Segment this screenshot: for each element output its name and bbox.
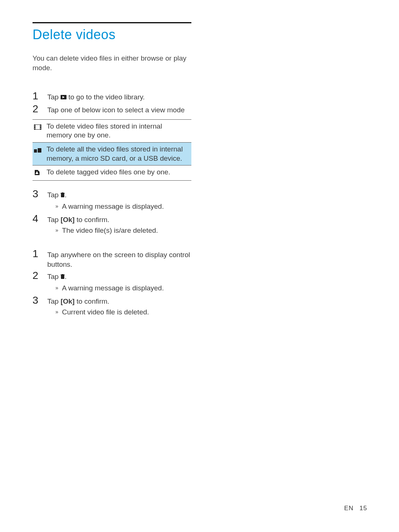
step-body: Tap one of below icon to select a view m… xyxy=(47,104,191,115)
svg-rect-5 xyxy=(34,126,35,126)
footer-lang: EN xyxy=(344,505,354,512)
video-library-icon xyxy=(61,92,66,102)
stepB-3: 3 Tap . xyxy=(33,189,191,200)
table-row: To delete all the video files stored in … xyxy=(33,143,191,166)
result-text: A warning message is displayed. xyxy=(62,202,164,211)
stepC-2: 2 Tap . xyxy=(33,270,191,282)
step-number: 2 xyxy=(33,104,42,114)
step-number: 3 xyxy=(33,295,42,306)
svg-rect-4 xyxy=(40,125,41,130)
ok-label: [Ok] xyxy=(61,216,75,224)
footer-page-number: 15 xyxy=(359,505,367,512)
filmstrip-icon xyxy=(34,123,41,131)
chevron-icon: » xyxy=(55,226,58,234)
svg-rect-3 xyxy=(34,125,35,130)
trash-icon xyxy=(61,272,65,282)
stepC-1: 1 Tap anywhere on the screen to display … xyxy=(33,249,191,269)
text: to confirm. xyxy=(75,297,109,305)
step-number: 2 xyxy=(33,270,42,281)
text: Tap xyxy=(47,93,61,101)
svg-rect-6 xyxy=(34,128,35,129)
text: Tap xyxy=(47,191,61,199)
table-row: To delete tagged video files one by one. xyxy=(33,166,191,181)
result-text: Current video file is deleted. xyxy=(62,307,149,317)
heading-rule xyxy=(33,22,191,23)
result: » The video file(s) is/are deleted. xyxy=(55,226,191,235)
text: Tap xyxy=(47,273,61,280)
storage-icon xyxy=(34,146,41,154)
result-text: A warning message is displayed. xyxy=(62,283,164,293)
step-body: Tap [Ok] to confirm. xyxy=(47,295,191,306)
chevron-icon: » xyxy=(55,283,58,291)
step-body: Tap . xyxy=(47,189,191,200)
result: » Current video file is deleted. xyxy=(55,307,191,317)
text: . xyxy=(65,191,66,199)
table-row: To delete video files stored in internal… xyxy=(33,119,191,142)
svg-rect-10 xyxy=(38,148,41,153)
step-number: 3 xyxy=(33,189,42,199)
step-body: Tap [Ok] to confirm. xyxy=(47,214,191,225)
step-number: 1 xyxy=(33,91,42,101)
page-title: Delete videos xyxy=(33,27,191,42)
text: . xyxy=(65,273,66,280)
step-body: Tap . xyxy=(47,270,191,282)
table-cell: To delete all the video files stored in … xyxy=(45,143,191,166)
step-number: 4 xyxy=(33,214,42,224)
stepA-1: 1 Tap to go to the video library. xyxy=(33,91,191,102)
svg-rect-17 xyxy=(62,274,64,275)
table-cell: To delete video files stored in internal… xyxy=(45,119,191,142)
ok-label: [Ok] xyxy=(61,297,75,305)
svg-rect-7 xyxy=(40,126,41,126)
svg-rect-14 xyxy=(62,192,64,193)
intro-paragraph: You can delete video files in either bro… xyxy=(33,54,191,72)
svg-rect-12 xyxy=(61,194,64,197)
step-body: Tap to go to the video library. xyxy=(47,91,191,102)
text: to go to the video library. xyxy=(68,93,145,101)
svg-rect-8 xyxy=(40,128,41,129)
stepA-2: 2 Tap one of below icon to select a view… xyxy=(33,104,191,115)
result: » A warning message is displayed. xyxy=(55,202,191,211)
tag-icon xyxy=(34,169,40,177)
svg-rect-15 xyxy=(61,275,64,279)
step-body: Tap anywhere on the screen to display co… xyxy=(47,249,191,269)
trash-icon xyxy=(61,190,65,200)
result: » A warning message is displayed. xyxy=(55,283,191,293)
svg-rect-9 xyxy=(34,149,37,153)
text: Tap xyxy=(47,216,61,224)
chevron-icon: » xyxy=(55,307,58,316)
text: Tap xyxy=(47,297,61,305)
text: to confirm. xyxy=(75,216,109,224)
step-number: 1 xyxy=(33,249,42,259)
page-footer: EN15 xyxy=(344,505,367,512)
view-mode-table: To delete video files stored in internal… xyxy=(33,119,191,181)
chevron-icon: » xyxy=(55,202,58,210)
stepB-4: 4 Tap [Ok] to confirm. xyxy=(33,214,191,225)
stepC-3: 3 Tap [Ok] to confirm. xyxy=(33,295,191,306)
result-text: The video file(s) is/are deleted. xyxy=(62,226,158,235)
table-cell: To delete tagged video files one by one. xyxy=(45,166,191,181)
